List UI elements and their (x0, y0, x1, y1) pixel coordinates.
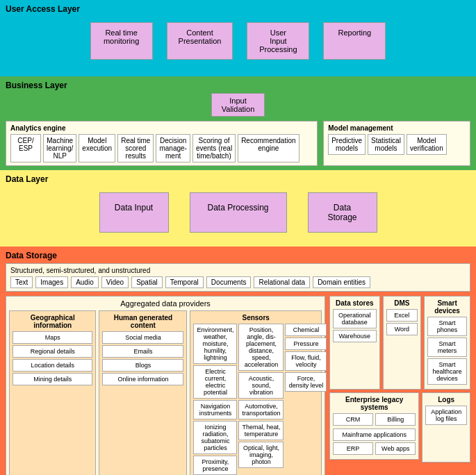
radiation-sensor: Ionizing radiation, subatomic particles (193, 421, 237, 454)
input-validation-box: InputValidation (211, 93, 265, 117)
billing-item: Billing (375, 413, 416, 426)
user-input-processing-box: UserInputProcessing (247, 22, 309, 60)
warehouse-item: Warehouse (333, 330, 377, 342)
word-item: Word (386, 323, 418, 335)
location-details-item: Location details (13, 359, 92, 372)
enterprise-title: Enterprise legacy systems (333, 396, 416, 411)
right-column: Data stores Operational database Warehou… (329, 296, 470, 475)
recommendation-item: Recommendationengine (238, 134, 299, 162)
geo-title: Geographical information (13, 314, 92, 329)
sensors-title: Sensors (193, 314, 318, 322)
operational-db-item: Operational database (333, 309, 377, 328)
user-boxes-container: Real timemonitoring ContentPresentation … (6, 17, 470, 65)
user-layer-title: User Access Layer (6, 4, 470, 14)
automotive-sensor: Automotive, transportation (238, 400, 284, 419)
proximity-sensor: Proximity, presence (193, 456, 237, 475)
human-content-box: Human generated content Social media Ema… (99, 310, 187, 475)
tag-audio: Audio (71, 276, 99, 288)
aggregated-row: Aggregated data providers Geographical i… (6, 296, 470, 475)
business-layer-title: Business Layer (6, 81, 470, 90)
electric-sensor: Electric current, electric potential (193, 365, 237, 399)
smart-phones-item: Smart phones (427, 317, 467, 336)
user-access-layer: User Access Layer Real timemonitoring Co… (0, 0, 476, 76)
decision-mgmt-item: Decisionmanage-ment (156, 134, 190, 162)
model-mgmt-items: Predictivemodels Statisticalmodels Model… (328, 134, 466, 155)
real-time-monitoring-box: Real timemonitoring (90, 22, 153, 60)
dms-title: DMS (386, 299, 418, 307)
enterprise-bottom-row: ERP Web apps (333, 442, 416, 456)
tag-domain-entities: Domain entities (313, 276, 370, 288)
aggregated-data-providers: Aggregated data providers Geographical i… (6, 296, 325, 475)
tag-spatial: Spatial (131, 276, 163, 288)
data-stores-box: Data stores Operational database Warehou… (329, 296, 380, 390)
data-storage-title: Data Storage (6, 251, 470, 260)
data-processing-box: Data Processing (190, 192, 287, 233)
enterprise-box: Enterprise legacy systems CRM Billing Ma… (329, 392, 419, 460)
maps-item: Maps (13, 331, 92, 344)
sensors-right: Chemical Pressure Flow, fluid, velocity … (285, 324, 327, 475)
ds-title: Data stores (333, 299, 377, 307)
smart-meters-item: Smart meters (427, 338, 467, 357)
logs-title: Logs (425, 396, 467, 403)
cep-esp-item: CEP/ESP (10, 134, 41, 162)
logs-box: Logs Application log files (422, 392, 470, 462)
env-sensor: Environment, weather, moisture, humility… (193, 324, 237, 364)
erp-item: ERP (333, 442, 373, 455)
statistical-models-item: Statisticalmodels (368, 134, 404, 155)
model-management-box: Model management Predictivemodels Statis… (323, 121, 470, 166)
mainframe-item: Mainframe applications (333, 428, 416, 441)
model-mgmt-title: Model management (328, 124, 466, 132)
smart-healthcare-item: Smart healthcare devices (427, 358, 467, 385)
enterprise-top-row: CRM Billing (333, 413, 416, 427)
tag-relational-data: Relational data (254, 276, 310, 288)
analytics-title: Analytics engine (10, 124, 313, 132)
tag-video: Video (101, 276, 129, 288)
web-apps-item: Web apps (375, 442, 416, 455)
aggregated-title: Aggregated data providers (9, 299, 322, 308)
predictive-models-item: Predictivemodels (328, 134, 366, 155)
dms-box: DMS Excel Word (383, 296, 422, 390)
online-info-item: Online information (102, 373, 183, 385)
structured-box: Structured, semi-structured, and unstruc… (6, 263, 470, 292)
tag-temporal: Temporal (165, 276, 204, 288)
data-layer-title: Data Layer (6, 174, 470, 184)
model-execution-item: Modelexecution (79, 134, 115, 162)
sensors-box: Sensors Environment, weather, moisture, … (190, 310, 322, 475)
content-presentation-box: ContentPresentation (167, 22, 233, 60)
input-validation-container: InputValidation (6, 93, 470, 117)
crm-item: CRM (333, 413, 373, 426)
tag-images: Images (35, 276, 68, 288)
sensors-left: Environment, weather, moisture, humility… (193, 324, 237, 475)
real-time-scored-item: Real timescoredresults (117, 134, 154, 162)
regional-details-item: Regional details (13, 345, 92, 358)
geographical-box: Geographical information Maps Regional d… (9, 310, 96, 475)
sensors-content: Environment, weather, moisture, humility… (193, 324, 318, 475)
data-storage-layer: Data Storage Structured, semi-structured… (0, 247, 476, 475)
emails-item: Emails (102, 345, 183, 358)
app-log-files-item: Application log files (425, 406, 467, 425)
tag-documents: Documents (206, 276, 252, 288)
mining-details-item: Mining details (13, 373, 92, 385)
bottom-right-row: Enterprise legacy systems CRM Billing Ma… (329, 392, 470, 462)
data-storage-box: DataStorage (308, 192, 377, 233)
analytics-engine-box: Analytics engine CEP/ESP Machinelearning… (6, 121, 318, 166)
smart-devices-box: Smart devices Smart phones Smart meters … (424, 296, 470, 390)
thermal-sensor: Themal, heat, temperature (238, 421, 284, 440)
force-sensor: Force, density level (285, 372, 327, 392)
structured-subtitle: Structured, semi-structured, and unstruc… (10, 267, 466, 274)
reporting-box: Reporting (323, 22, 386, 60)
flow-sensor: Flow, fluid, velocity (285, 351, 327, 371)
structured-tags: Text Images Audio Video Spatial Temporal… (10, 276, 466, 288)
model-verification-item: Modelverification (407, 134, 447, 155)
tag-text: Text (10, 276, 33, 288)
analytics-items: CEP/ESP Machinelearning/NLP Modelexecuti… (10, 134, 313, 162)
aggregated-inner: Geographical information Maps Regional d… (9, 310, 322, 475)
excel-item: Excel (386, 309, 418, 322)
scoring-events-item: Scoring ofevents (realtime/batch) (192, 134, 236, 162)
acoustic-sensor: Acoustic, sound, vibration (238, 372, 284, 399)
smart-title: Smart devices (427, 299, 467, 315)
top-right-row: Data stores Operational database Warehou… (329, 296, 470, 390)
optical-sensor: Optical, light, imaging, photon (238, 442, 284, 468)
data-input-box: Data Input (99, 192, 169, 233)
analytics-row: Analytics engine CEP/ESP Machinelearning… (6, 121, 470, 166)
